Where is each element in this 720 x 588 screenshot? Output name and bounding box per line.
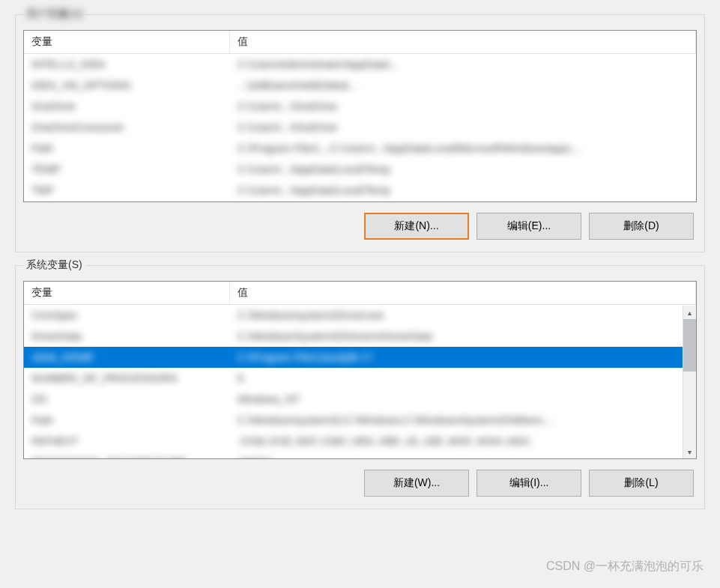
table-row[interactable]: DriverDataC:\Windows\System32\Drivers\Dr…: [24, 326, 696, 347]
user-table-body: INTELLIJ_IDEAC:\Users\Administrator\AppD…: [24, 54, 696, 201]
scroll-down-icon[interactable]: ▾: [683, 445, 696, 458]
table-row[interactable]: OneDriveConsumerC:\Users\...\OneDrive: [24, 117, 696, 138]
table-header: 变量 值: [24, 282, 696, 305]
col-value[interactable]: 值: [230, 31, 696, 53]
col-variable[interactable]: 变量: [24, 31, 230, 53]
table-row[interactable]: PROCESSOR_ARCHITECTUREAMD64: [24, 452, 696, 459]
table-row[interactable]: INTELLIJ_IDEAC:\Users\Administrator\AppD…: [24, 54, 696, 75]
system-variables-table[interactable]: 变量 值 ComSpecC:\Windows\system32\cmd.exe …: [23, 281, 697, 459]
col-variable[interactable]: 变量: [24, 282, 230, 304]
edit-system-button[interactable]: 编辑(I)...: [477, 470, 581, 497]
table-row[interactable]: TEMPC:\Users\...\AppData\Local\Temp: [24, 159, 696, 180]
table-header: 变量 值: [24, 31, 696, 54]
table-row[interactable]: OSWindows_NT: [24, 389, 696, 410]
watermark: CSDN @一杯充满泡泡的可乐: [546, 559, 704, 575]
user-button-row: 新建(N)... 编辑(E)... 删除(D): [23, 213, 697, 240]
scroll-up-icon[interactable]: ▴: [683, 306, 696, 319]
user-variables-table[interactable]: 变量 值 INTELLIJ_IDEAC:\Users\Administrator…: [23, 30, 697, 202]
table-row[interactable]: ComSpecC:\Windows\system32\cmd.exe: [24, 305, 696, 326]
new-user-button[interactable]: 新建(N)...: [364, 213, 469, 240]
table-row[interactable]: PATHEXT.COM;.EXE;.BAT;.CMD;.VBS;.VBE;.JS…: [24, 431, 696, 452]
table-row[interactable]: TMPC:\Users\...\AppData\Local\Temp: [24, 180, 696, 201]
table-row[interactable]: OneDriveC:\Users\...\OneDrive: [24, 96, 696, 117]
env-vars-panel: 用户变量(U) 变量 值 INTELLIJ_IDEAC:\Users\Admin…: [0, 0, 720, 523]
table-row[interactable]: PathC:\Program Files\...;C:\Users\...\Ap…: [24, 138, 696, 159]
scrollbar[interactable]: ▴ ▾: [683, 306, 696, 458]
new-system-button[interactable]: 新建(W)...: [364, 470, 469, 497]
edit-user-button[interactable]: 编辑(E)...: [477, 213, 581, 240]
scroll-thumb[interactable]: [683, 319, 696, 372]
system-variables-group: 系统变量(S) 变量 值 ComSpecC:\Windows\system32\…: [15, 258, 705, 509]
system-variables-legend: 系统变量(S): [23, 258, 85, 272]
table-row[interactable]: PathC:\Windows\system32;C:\Windows;C:\Wi…: [24, 410, 696, 431]
table-row[interactable]: NUMBER_OF_PROCESSORS8: [24, 368, 696, 389]
table-row[interactable]: JAVA_HOMEC:\Program Files\Java\jdk-17: [24, 347, 696, 368]
system-table-body: ComSpecC:\Windows\system32\cmd.exe Drive…: [24, 305, 696, 459]
col-value[interactable]: 值: [230, 282, 696, 304]
system-button-row: 新建(W)... 编辑(I)... 删除(L): [23, 470, 697, 497]
delete-user-button[interactable]: 删除(D): [589, 213, 694, 240]
user-variables-legend: 用户变量(U): [23, 7, 85, 21]
user-variables-group: 用户变量(U) 变量 值 INTELLIJ_IDEAC:\Users\Admin…: [15, 7, 705, 252]
delete-system-button[interactable]: 删除(L): [589, 470, 694, 497]
table-row[interactable]: IDEA_VM_OPTIONS...\JetBrains\IntelliJIde…: [24, 75, 696, 96]
